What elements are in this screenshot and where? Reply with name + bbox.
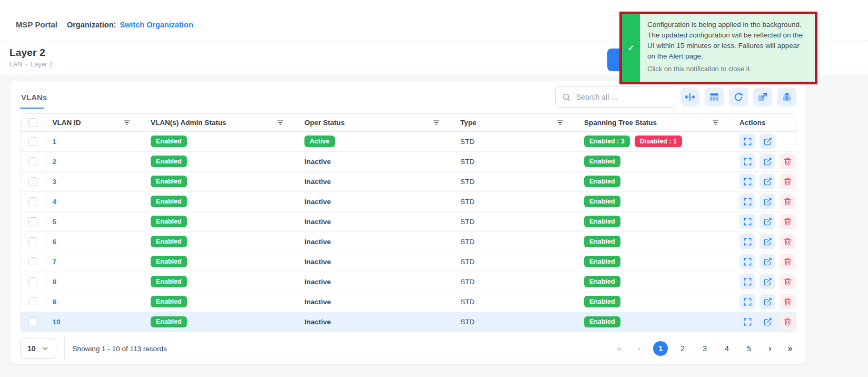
expand-row-button[interactable] [739,194,755,209]
filter-icon[interactable] [123,119,131,127]
expand-row-button[interactable] [739,314,755,330]
row-checkbox[interactable] [28,237,37,246]
edit-row-button[interactable] [760,294,775,310]
edit-row-button[interactable] [760,234,775,249]
page-button-4[interactable]: 4 [719,341,734,356]
expand-row-button[interactable] [739,294,755,310]
delete-row-button[interactable] [780,173,795,189]
column-header-type: Type [460,119,477,127]
breadcrumb-section[interactable]: LAN [9,61,22,68]
columns-button[interactable] [705,88,724,107]
admin-status-badge: Enabled [151,156,187,167]
vlan-id-link[interactable]: 1 [53,138,57,146]
expand-row-button[interactable] [739,274,755,289]
admin-status-badge: Enabled [151,296,187,307]
prev-page-button[interactable]: ‹ [633,344,646,353]
vlan-id-link[interactable]: 7 [53,258,57,266]
page-button-2[interactable]: 2 [675,341,690,356]
resize-columns-button[interactable] [680,88,699,107]
select-all-checkbox[interactable] [28,118,37,127]
delete-row-button[interactable] [780,254,795,269]
row-checkbox[interactable] [28,157,37,166]
stp-status-cell: Enabled [584,216,727,227]
stp-status-badge: Enabled [584,176,620,187]
delete-row-button[interactable] [780,194,795,209]
row-checkbox[interactable] [28,137,37,146]
oper-status-text: Inactive [304,318,331,326]
delete-row-button[interactable] [780,214,795,229]
expand-row-button[interactable] [739,234,755,249]
edit-icon [763,277,772,286]
first-page-button[interactable]: « [613,344,626,353]
table-row: 3EnabledInactiveSTDEnabled [21,171,796,191]
open-external-button[interactable] [753,88,772,107]
expand-row-button[interactable] [739,173,755,189]
delete-row-button[interactable] [780,274,795,289]
expand-row-button[interactable] [739,214,755,229]
edit-row-button[interactable] [760,314,775,330]
expand-row-button[interactable] [739,254,755,269]
type-cell: STD [460,238,475,246]
row-checkbox[interactable] [28,317,37,326]
expand-row-button[interactable] [739,153,755,169]
vlan-id-link[interactable]: 8 [53,278,57,286]
edit-row-button[interactable] [760,254,775,269]
delete-row-button[interactable] [780,234,795,249]
toast-notification[interactable]: ✓ Configuration is being applied in the … [619,12,817,84]
organization-link[interactable]: Switch Organization [120,21,193,29]
type-cell: STD [460,298,475,306]
page-button-5[interactable]: 5 [742,341,756,356]
toast-content: Configuration is being applied in the ba… [640,14,815,82]
trash-icon [783,277,792,286]
page-button-3[interactable]: 3 [697,341,712,356]
vlan-id-link[interactable]: 9 [53,298,57,306]
stp-status-badge: Enabled [584,316,620,328]
table-row: 10EnabledInactiveSTDEnabled [21,312,796,332]
delete-row-button[interactable] [780,314,795,330]
page-button-1[interactable]: 1 [653,341,668,356]
next-page-button[interactable]: › [764,344,776,353]
filter-icon[interactable] [277,119,284,127]
edit-row-button[interactable] [760,153,775,169]
admin-status-badge: Enabled [151,316,187,328]
vlan-id-link[interactable]: 6 [53,238,57,246]
row-checkbox[interactable] [28,177,37,186]
delete-row-button[interactable] [780,153,795,169]
refresh-button[interactable] [729,88,748,107]
edit-row-button[interactable] [760,214,775,229]
admin-status-badge: Enabled [151,176,187,187]
upload-button[interactable] [777,88,796,107]
delete-row-button[interactable] [780,294,795,310]
vlan-id-link[interactable]: 10 [53,318,61,326]
last-page-button[interactable]: » [784,344,796,353]
edit-row-button[interactable] [760,274,775,289]
edit-row-button[interactable] [760,173,775,189]
stp-status-badge: Enabled : 3 [584,136,630,147]
edit-row-button[interactable] [760,133,775,149]
brand[interactable]: MSP Portal [16,20,57,29]
row-checkbox[interactable] [28,257,37,266]
row-checkbox[interactable] [28,197,37,206]
table-row: 6EnabledInactiveSTDEnabled [21,231,796,252]
filter-icon[interactable] [432,119,440,127]
edit-icon [763,197,772,206]
row-checkbox[interactable] [28,297,37,306]
tab-vlans[interactable]: VLANs [20,81,48,113]
search-input[interactable] [575,92,668,102]
vlan-id-link[interactable]: 4 [53,198,57,206]
edit-row-button[interactable] [760,194,775,209]
stp-status-badge: Enabled [584,196,620,207]
open-external-icon [757,91,768,103]
row-checkbox[interactable] [28,217,37,226]
page-size-select[interactable]: 10 [20,339,56,359]
vlan-id-link[interactable]: 3 [53,178,57,186]
vlan-id-link[interactable]: 2 [53,158,57,166]
expand-row-button[interactable] [739,133,755,149]
vlan-id-link[interactable]: 5 [53,218,57,226]
type-cell: STD [460,198,475,206]
filter-icon[interactable] [712,119,719,127]
row-checkbox[interactable] [28,277,37,286]
filter-icon[interactable] [556,119,564,127]
edit-icon [763,217,772,226]
trash-icon [783,257,792,266]
